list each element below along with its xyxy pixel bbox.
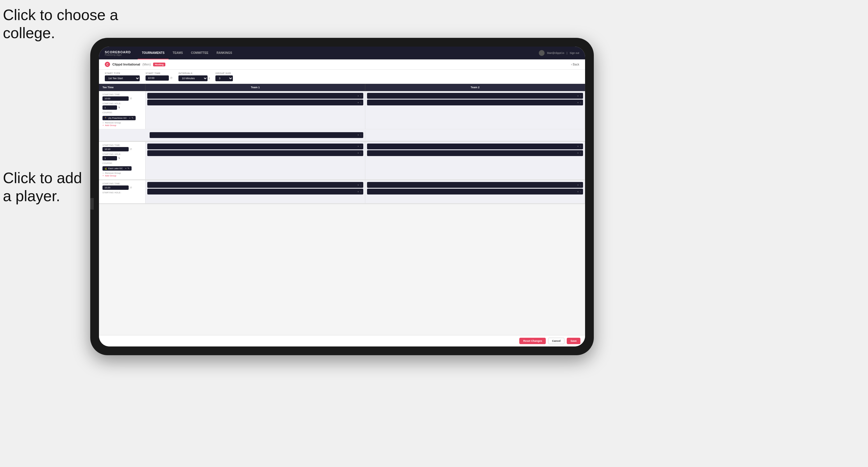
event-title: C Clippd Invitational (Men) Hosting bbox=[105, 62, 165, 67]
hosting-badge: Hosting bbox=[153, 63, 165, 66]
spinner-icon-2: ⇅ bbox=[118, 157, 120, 160]
annotation-add-player: Click to add a player. bbox=[3, 169, 82, 205]
player-slot-t1g2-2[interactable]: ×⋮ bbox=[147, 150, 363, 156]
starting-time-label-1: STARTING TIME: bbox=[102, 93, 142, 95]
tablet-screen: SCOREBOARD Powered by clippd TOURNAMENTS… bbox=[99, 46, 585, 346]
course-tag-1[interactable]: 🏌 (A) Peachtree GC × ✎ bbox=[102, 116, 136, 120]
group-row-3: STARTING TIME: ⏱ STARTING HOLE: ×⋮ ×⋮ bbox=[99, 180, 585, 204]
add-group-btn-1[interactable]: + Add Group bbox=[102, 124, 142, 127]
clock-icon-2: ⏱ bbox=[130, 148, 132, 151]
start-type-field: Start Type 1st Tee Start bbox=[105, 72, 140, 81]
starting-hole-label-3: STARTING HOLE: bbox=[102, 192, 142, 194]
player-slot-t2g2-2[interactable]: ×⋮ bbox=[367, 150, 583, 156]
group-section-3: STARTING TIME: ⏱ STARTING HOLE: ×⋮ ×⋮ bbox=[99, 180, 585, 204]
event-gender: (Men) bbox=[142, 63, 151, 66]
intervals-select[interactable]: 10 Minutes bbox=[179, 75, 208, 81]
player-slot-t2g1-2[interactable]: ×⋮ bbox=[367, 100, 583, 105]
group-section-2: STARTING TIME: ⏱ STARTING HOLE: ⇅ COURSE… bbox=[99, 142, 585, 181]
nav-item-rankings[interactable]: RANKINGS bbox=[213, 46, 236, 59]
course-row-1: ×⋮ bbox=[99, 129, 585, 141]
starting-time-input-3[interactable] bbox=[102, 185, 129, 190]
start-time-label: Start Time bbox=[146, 72, 173, 74]
reset-changes-button[interactable]: Reset Changes bbox=[519, 338, 546, 344]
course-remove-1[interactable]: × bbox=[129, 117, 131, 119]
remove-group-btn-1[interactable]: ○ Remove Group bbox=[102, 121, 142, 124]
team1-cell-3: ×⋮ ×⋮ bbox=[146, 180, 365, 203]
nav-item-committee[interactable]: COMMITTEE bbox=[187, 46, 213, 59]
team1-cell-1: ×⋮ ×⋮ bbox=[146, 91, 365, 129]
intervals-label: Intervals bbox=[179, 72, 210, 74]
player-slot-t1g1-2[interactable]: ×⋮ bbox=[147, 100, 363, 105]
add-icon-1: + bbox=[102, 124, 104, 127]
player-slot-t1g3-2[interactable]: ×⋮ bbox=[147, 189, 363, 194]
course-label-2: COURSE: bbox=[102, 162, 142, 164]
spinner-icon-1: ⇅ bbox=[118, 106, 120, 109]
group-size-field: Group Size 3 bbox=[215, 72, 233, 81]
group-row-2: STARTING TIME: ⏱ STARTING HOLE: ⇅ COURSE… bbox=[99, 142, 585, 180]
schedule-table: Tee Time Team 1 Team 2 STARTING TIME: ⏱ … bbox=[99, 84, 585, 335]
course-icon-1: 🏌 bbox=[104, 117, 107, 119]
course-remove-2[interactable]: × bbox=[125, 167, 127, 170]
nav-items: TOURNAMENTS TEAMS COMMITTEE RANKINGS bbox=[138, 46, 539, 59]
player-slot-t2g3-2[interactable]: ×⋮ bbox=[367, 189, 583, 194]
course-left-spacer-1 bbox=[101, 130, 148, 140]
sign-out-link[interactable]: Sign out bbox=[570, 52, 579, 55]
nav-separator: | bbox=[567, 52, 567, 55]
course-tag-2[interactable]: ⛳ East Lake GC × ✎ bbox=[102, 166, 131, 170]
group-row-1: STARTING TIME: ⏱ STARTING HOLE: ⇅ COURSE… bbox=[99, 91, 585, 129]
team1-cell-2: ×⋮ ×⋮ bbox=[146, 142, 365, 180]
player-slot-t1g1-1[interactable]: ×⋮ bbox=[147, 93, 363, 99]
sub-header: C Clippd Invitational (Men) Hosting ‹ Ba… bbox=[99, 59, 585, 70]
brand: SCOREBOARD Powered by clippd bbox=[105, 50, 131, 56]
team2-cell-1: ×⋮ ×⋮ bbox=[365, 91, 585, 129]
starting-hole-input-1[interactable] bbox=[102, 105, 117, 110]
brand-title: SCOREBOARD bbox=[105, 50, 131, 54]
course-edit-1[interactable]: ✎ bbox=[131, 117, 134, 119]
brand-subtitle: Powered by clippd bbox=[105, 54, 131, 56]
add-group-btn-2[interactable]: + Add Group bbox=[102, 175, 142, 177]
course-icon-2: ⛳ bbox=[104, 167, 107, 170]
remove-group-btn-2[interactable]: ○ Remove Group bbox=[102, 172, 142, 175]
event-name: Clippd Invitational bbox=[112, 63, 140, 66]
nav-item-tournaments[interactable]: TOURNAMENTS bbox=[138, 46, 168, 59]
player-slot-t2g3-1[interactable]: ×⋮ bbox=[367, 182, 583, 188]
player-slot-t2g2-1[interactable]: ×⋮ bbox=[367, 144, 583, 149]
start-time-field: Start Time ⏱ bbox=[146, 72, 173, 81]
player-slot-t1g2-1[interactable]: ×⋮ bbox=[147, 144, 363, 149]
clock-icon-1: ⏱ bbox=[130, 97, 132, 100]
course-edit-2[interactable]: ✎ bbox=[127, 167, 129, 170]
starting-time-label-3: STARTING TIME: bbox=[102, 183, 142, 185]
course-value-2: East Lake GC bbox=[108, 167, 123, 170]
starting-time-label-2: STARTING TIME: bbox=[102, 144, 142, 146]
course-player-cell-1: ×⋮ bbox=[148, 130, 365, 140]
info-icon-intervals: ℹ bbox=[209, 77, 210, 80]
user-avatar bbox=[539, 50, 545, 56]
intervals-field: Intervals 10 Minutes ℹ bbox=[179, 72, 210, 81]
tablet-side-button[interactable] bbox=[90, 198, 94, 210]
nav-item-teams[interactable]: TEAMS bbox=[168, 46, 187, 59]
annotation-choose-college: Click to choose a college. bbox=[3, 6, 118, 42]
th-team2: Team 2 bbox=[365, 84, 585, 91]
group-left-1: STARTING TIME: ⏱ STARTING HOLE: ⇅ COURSE… bbox=[99, 91, 146, 129]
bottom-bar: Reset Changes Cancel Save bbox=[99, 335, 585, 346]
group-left-3: STARTING TIME: ⏱ STARTING HOLE: bbox=[99, 180, 146, 203]
course-player-slot-1[interactable]: ×⋮ bbox=[150, 132, 363, 138]
start-type-label: Start Type bbox=[105, 72, 140, 74]
tablet-frame: SCOREBOARD Powered by clippd TOURNAMENTS… bbox=[90, 38, 594, 355]
starting-hole-input-2[interactable] bbox=[102, 156, 117, 160]
start-type-select[interactable]: 1st Tee Start bbox=[105, 75, 140, 81]
player-slot-t2g1-1[interactable]: ×⋮ bbox=[367, 93, 583, 99]
cancel-button[interactable]: Cancel bbox=[548, 338, 564, 344]
config-bar: Start Type 1st Tee Start Start Time ⏱ In… bbox=[99, 70, 585, 84]
starting-time-input-2[interactable] bbox=[102, 147, 129, 151]
th-tee-time: Tee Time bbox=[99, 84, 146, 91]
player-slot-t1g3-1[interactable]: ×⋮ bbox=[147, 182, 363, 188]
course-label-1: COURSE: bbox=[102, 112, 142, 114]
starting-hole-label-1: STARTING HOLE: bbox=[102, 102, 142, 104]
start-time-input[interactable] bbox=[146, 75, 169, 81]
group-size-select[interactable]: 3 bbox=[215, 75, 233, 81]
top-nav: SCOREBOARD Powered by clippd TOURNAMENTS… bbox=[99, 46, 585, 59]
starting-time-input-1[interactable] bbox=[102, 96, 129, 101]
save-button[interactable]: Save bbox=[567, 338, 581, 344]
back-button[interactable]: ‹ Back bbox=[571, 63, 579, 66]
